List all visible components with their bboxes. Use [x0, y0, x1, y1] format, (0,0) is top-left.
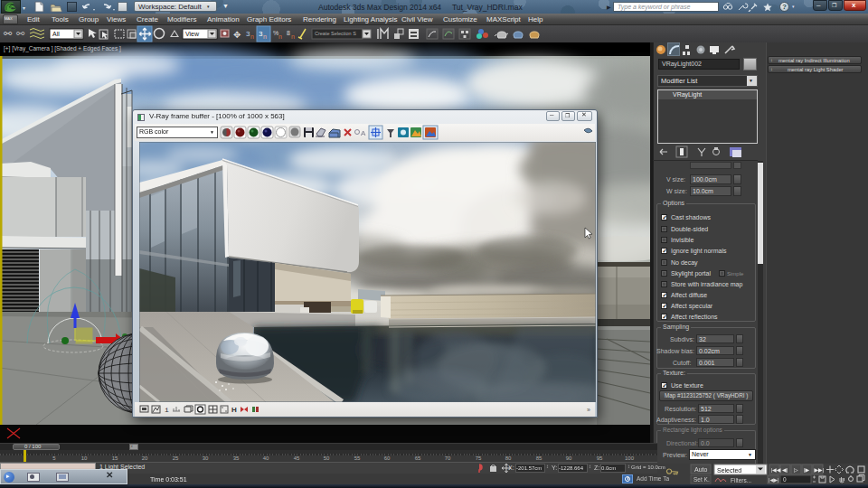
svg-text:80: 80 [505, 455, 512, 461]
svg-text:Set K.: Set K. [693, 476, 710, 483]
svg-text:n: n [250, 33, 254, 40]
svg-text:0: 0 [783, 476, 787, 483]
svg-text:A: A [361, 129, 366, 137]
svg-text:n: n [291, 33, 295, 40]
svg-text:|◀▶|: |◀▶| [769, 477, 778, 483]
svg-text:i: i [165, 406, 169, 414]
svg-text:n: n [263, 33, 267, 40]
svg-text:H: H [231, 406, 237, 414]
svg-text:»: » [587, 407, 590, 413]
svg-text:95: 95 [597, 455, 603, 461]
svg-text:65: 65 [415, 455, 421, 461]
svg-text:20: 20 [142, 455, 148, 461]
svg-text:n: n [278, 33, 282, 40]
svg-text:35: 35 [233, 455, 240, 461]
svg-text:All: All [52, 31, 60, 37]
svg-text:Selected: Selected [717, 467, 741, 474]
svg-text:70: 70 [445, 455, 451, 461]
svg-text:85: 85 [536, 455, 542, 461]
svg-text:60: 60 [384, 455, 391, 461]
svg-text:▶▶|: ▶▶| [815, 467, 825, 473]
svg-text:90: 90 [566, 455, 572, 461]
svg-text:|▶: |▶ [804, 467, 810, 473]
svg-text:75: 75 [476, 455, 482, 461]
svg-text:40: 40 [263, 455, 269, 461]
svg-text:Filters...: Filters... [731, 477, 751, 483]
svg-text:◀|: ◀| [782, 467, 788, 473]
svg-text:View: View [185, 31, 200, 37]
svg-text:10: 10 [81, 455, 88, 461]
svg-text:8: 8 [287, 30, 290, 36]
svg-text:⚯: ⚯ [16, 28, 25, 39]
svg-text:30: 30 [203, 455, 209, 461]
svg-text:5: 5 [52, 455, 56, 461]
svg-text:50: 50 [324, 455, 330, 461]
svg-text:Auto: Auto [694, 466, 708, 473]
svg-text:⚯: ⚯ [4, 28, 13, 39]
svg-text:Create Selection S: Create Selection S [315, 31, 356, 36]
svg-text:45: 45 [294, 455, 300, 461]
svg-text:15: 15 [112, 455, 118, 461]
svg-text:▷: ▷ [794, 467, 798, 473]
svg-text:✥: ✥ [233, 30, 241, 40]
svg-text:|◀◀: |◀◀ [771, 467, 781, 473]
svg-text:55: 55 [354, 455, 361, 461]
svg-text:25: 25 [173, 455, 179, 461]
svg-text:100: 100 [625, 455, 635, 461]
